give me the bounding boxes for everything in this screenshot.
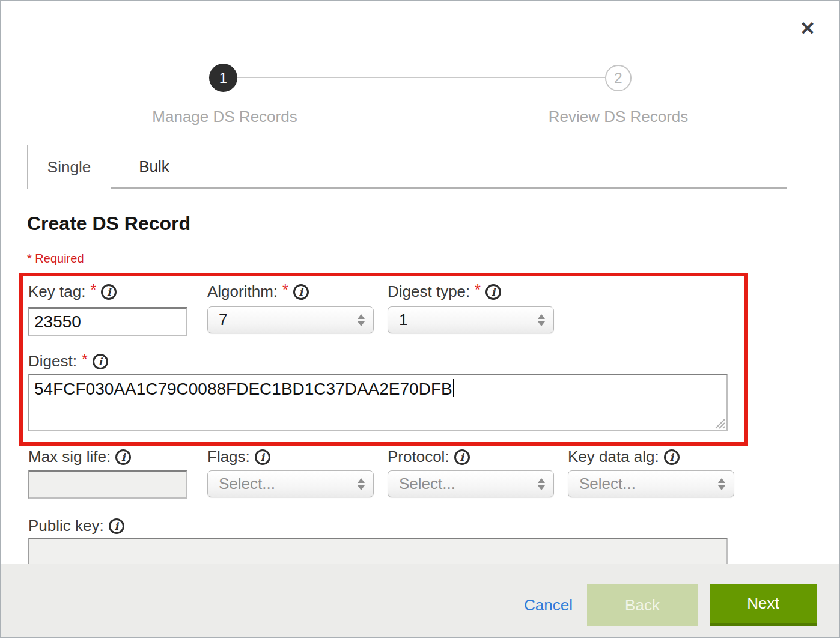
info-icon[interactable]: i	[664, 449, 680, 465]
key-data-alg-select-value: Select...	[579, 475, 636, 493]
stepper-step-2-number: 2	[614, 70, 622, 87]
digest-value: 54FCF030AA1C79C0088FDEC1BD1C37DAA2E70DFB	[34, 380, 452, 398]
public-key-label: Public key: i	[28, 517, 124, 535]
stepper-step-1-number: 1	[219, 70, 227, 87]
digest-type-select[interactable]: 1	[388, 306, 554, 333]
info-icon[interactable]: i	[115, 449, 131, 465]
create-ds-record-modal: ✕ 1 2 Manage DS Records Review DS Record…	[0, 0, 840, 638]
select-arrows-icon	[358, 314, 365, 326]
required-asterisk: *	[282, 281, 288, 299]
max-sig-life-input[interactable]	[28, 470, 187, 499]
select-arrows-icon	[538, 478, 545, 490]
resize-handle-icon[interactable]	[713, 417, 725, 429]
key-data-alg-label: Key data alg: i	[568, 448, 680, 466]
back-button[interactable]: Back	[587, 584, 698, 626]
required-asterisk: *	[475, 281, 481, 299]
digest-type-select-value: 1	[399, 311, 407, 329]
next-button[interactable]: Next	[710, 584, 817, 626]
digest-type-label: Digest type: * i	[388, 282, 501, 301]
max-sig-life-label: Max sig life: i	[28, 448, 131, 466]
protocol-label: Protocol: i	[388, 448, 470, 466]
info-icon[interactable]: i	[93, 354, 108, 369]
info-icon[interactable]: i	[485, 284, 501, 300]
stepper-step-1-label: Manage DS Records	[147, 108, 303, 126]
flags-label: Flags: i	[207, 448, 270, 466]
flags-select-value: Select...	[219, 475, 275, 493]
tab-single-label: Single	[47, 158, 91, 177]
select-arrows-icon	[718, 478, 725, 490]
info-icon[interactable]: i	[293, 284, 309, 300]
footer: Cancel Back Next	[1, 564, 839, 638]
text-caret	[453, 379, 454, 397]
key-tag-input[interactable]	[28, 307, 187, 336]
tab-bulk-label: Bulk	[139, 157, 169, 176]
flags-select[interactable]: Select...	[207, 470, 374, 497]
key-tag-label: Key tag: * i	[28, 282, 117, 301]
select-arrows-icon	[358, 478, 365, 490]
digest-label: Digest: * i	[28, 352, 108, 371]
page-title: Create DS Record	[27, 213, 190, 235]
required-asterisk: *	[90, 281, 96, 299]
close-icon[interactable]: ✕	[796, 17, 820, 41]
tab-single[interactable]: Single	[27, 145, 111, 189]
stepper-step-2-label: Review DS Records	[540, 108, 696, 126]
info-icon[interactable]: i	[454, 449, 470, 465]
stepper-step-1: 1	[209, 64, 237, 92]
cancel-button[interactable]: Cancel	[524, 584, 573, 626]
info-icon[interactable]: i	[101, 284, 117, 300]
protocol-select[interactable]: Select...	[388, 470, 554, 497]
algorithm-select-value: 7	[219, 311, 227, 329]
required-note: * Required	[27, 252, 84, 266]
tab-bulk[interactable]: Bulk	[111, 145, 197, 189]
algorithm-select[interactable]: 7	[207, 306, 374, 333]
info-icon[interactable]: i	[109, 518, 124, 534]
stepper-connector-line	[237, 77, 605, 78]
tab-baseline-divider	[111, 187, 787, 189]
required-asterisk: *	[82, 351, 88, 368]
algorithm-label: Algorithm: * i	[207, 282, 309, 301]
protocol-select-value: Select...	[399, 475, 455, 493]
digest-textarea[interactable]: 54FCF030AA1C79C0088FDEC1BD1C37DAA2E70DFB	[28, 374, 728, 431]
info-icon[interactable]: i	[255, 449, 270, 465]
select-arrows-icon	[538, 314, 545, 326]
key-data-alg-select[interactable]: Select...	[568, 470, 734, 497]
stepper-step-2: 2	[605, 65, 632, 91]
